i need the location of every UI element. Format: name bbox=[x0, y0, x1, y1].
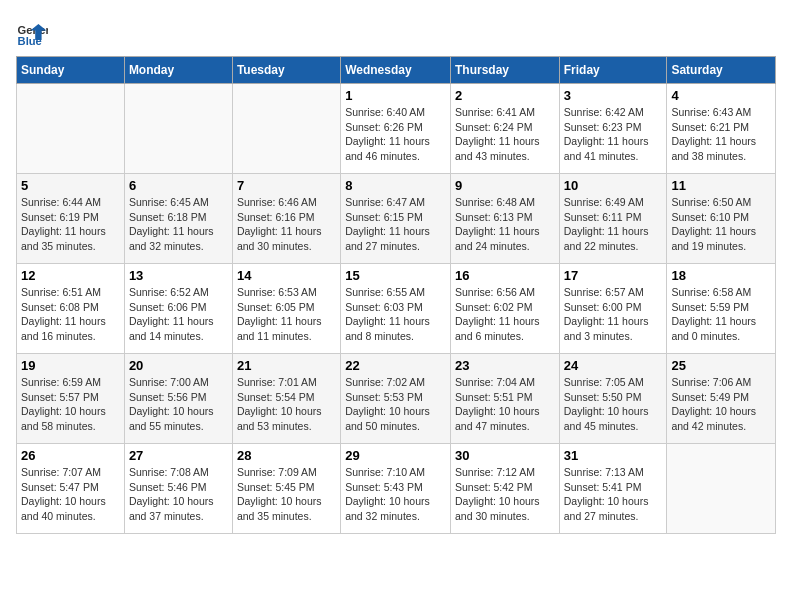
day-number: 3 bbox=[564, 88, 663, 103]
calendar-week-4: 19Sunrise: 6:59 AM Sunset: 5:57 PM Dayli… bbox=[17, 354, 776, 444]
day-info: Sunrise: 6:41 AM Sunset: 6:24 PM Dayligh… bbox=[455, 105, 555, 164]
day-number: 6 bbox=[129, 178, 228, 193]
calendar-week-3: 12Sunrise: 6:51 AM Sunset: 6:08 PM Dayli… bbox=[17, 264, 776, 354]
day-info: Sunrise: 6:55 AM Sunset: 6:03 PM Dayligh… bbox=[345, 285, 446, 344]
calendar-cell: 8Sunrise: 6:47 AM Sunset: 6:15 PM Daylig… bbox=[341, 174, 451, 264]
calendar-cell: 23Sunrise: 7:04 AM Sunset: 5:51 PM Dayli… bbox=[450, 354, 559, 444]
calendar-cell: 2Sunrise: 6:41 AM Sunset: 6:24 PM Daylig… bbox=[450, 84, 559, 174]
day-info: Sunrise: 7:04 AM Sunset: 5:51 PM Dayligh… bbox=[455, 375, 555, 434]
day-info: Sunrise: 6:47 AM Sunset: 6:15 PM Dayligh… bbox=[345, 195, 446, 254]
calendar-week-2: 5Sunrise: 6:44 AM Sunset: 6:19 PM Daylig… bbox=[17, 174, 776, 264]
day-info: Sunrise: 6:45 AM Sunset: 6:18 PM Dayligh… bbox=[129, 195, 228, 254]
day-number: 16 bbox=[455, 268, 555, 283]
calendar-cell: 5Sunrise: 6:44 AM Sunset: 6:19 PM Daylig… bbox=[17, 174, 125, 264]
day-info: Sunrise: 6:58 AM Sunset: 5:59 PM Dayligh… bbox=[671, 285, 771, 344]
calendar-cell: 16Sunrise: 6:56 AM Sunset: 6:02 PM Dayli… bbox=[450, 264, 559, 354]
day-number: 7 bbox=[237, 178, 336, 193]
day-number: 24 bbox=[564, 358, 663, 373]
day-info: Sunrise: 6:42 AM Sunset: 6:23 PM Dayligh… bbox=[564, 105, 663, 164]
day-info: Sunrise: 7:06 AM Sunset: 5:49 PM Dayligh… bbox=[671, 375, 771, 434]
calendar-cell: 30Sunrise: 7:12 AM Sunset: 5:42 PM Dayli… bbox=[450, 444, 559, 534]
day-number: 21 bbox=[237, 358, 336, 373]
day-info: Sunrise: 6:59 AM Sunset: 5:57 PM Dayligh… bbox=[21, 375, 120, 434]
day-info: Sunrise: 6:43 AM Sunset: 6:21 PM Dayligh… bbox=[671, 105, 771, 164]
calendar-cell: 9Sunrise: 6:48 AM Sunset: 6:13 PM Daylig… bbox=[450, 174, 559, 264]
col-header-monday: Monday bbox=[124, 57, 232, 84]
day-info: Sunrise: 6:46 AM Sunset: 6:16 PM Dayligh… bbox=[237, 195, 336, 254]
calendar-cell: 26Sunrise: 7:07 AM Sunset: 5:47 PM Dayli… bbox=[17, 444, 125, 534]
day-number: 10 bbox=[564, 178, 663, 193]
day-info: Sunrise: 6:56 AM Sunset: 6:02 PM Dayligh… bbox=[455, 285, 555, 344]
day-number: 17 bbox=[564, 268, 663, 283]
col-header-friday: Friday bbox=[559, 57, 667, 84]
calendar-cell: 15Sunrise: 6:55 AM Sunset: 6:03 PM Dayli… bbox=[341, 264, 451, 354]
calendar-cell: 13Sunrise: 6:52 AM Sunset: 6:06 PM Dayli… bbox=[124, 264, 232, 354]
col-header-wednesday: Wednesday bbox=[341, 57, 451, 84]
calendar-week-1: 1Sunrise: 6:40 AM Sunset: 6:26 PM Daylig… bbox=[17, 84, 776, 174]
col-header-saturday: Saturday bbox=[667, 57, 776, 84]
calendar-cell: 29Sunrise: 7:10 AM Sunset: 5:43 PM Dayli… bbox=[341, 444, 451, 534]
calendar-table: SundayMondayTuesdayWednesdayThursdayFrid… bbox=[16, 56, 776, 534]
calendar-cell bbox=[667, 444, 776, 534]
calendar-cell bbox=[124, 84, 232, 174]
calendar-cell: 7Sunrise: 6:46 AM Sunset: 6:16 PM Daylig… bbox=[232, 174, 340, 264]
day-info: Sunrise: 6:53 AM Sunset: 6:05 PM Dayligh… bbox=[237, 285, 336, 344]
day-number: 30 bbox=[455, 448, 555, 463]
calendar-cell: 17Sunrise: 6:57 AM Sunset: 6:00 PM Dayli… bbox=[559, 264, 667, 354]
calendar-week-5: 26Sunrise: 7:07 AM Sunset: 5:47 PM Dayli… bbox=[17, 444, 776, 534]
calendar-cell: 27Sunrise: 7:08 AM Sunset: 5:46 PM Dayli… bbox=[124, 444, 232, 534]
day-info: Sunrise: 7:13 AM Sunset: 5:41 PM Dayligh… bbox=[564, 465, 663, 524]
calendar-cell: 1Sunrise: 6:40 AM Sunset: 6:26 PM Daylig… bbox=[341, 84, 451, 174]
day-number: 29 bbox=[345, 448, 446, 463]
calendar-cell: 24Sunrise: 7:05 AM Sunset: 5:50 PM Dayli… bbox=[559, 354, 667, 444]
day-info: Sunrise: 7:12 AM Sunset: 5:42 PM Dayligh… bbox=[455, 465, 555, 524]
calendar-cell: 25Sunrise: 7:06 AM Sunset: 5:49 PM Dayli… bbox=[667, 354, 776, 444]
logo: General Blue bbox=[16, 16, 52, 48]
day-info: Sunrise: 6:52 AM Sunset: 6:06 PM Dayligh… bbox=[129, 285, 228, 344]
calendar-cell bbox=[232, 84, 340, 174]
day-info: Sunrise: 6:50 AM Sunset: 6:10 PM Dayligh… bbox=[671, 195, 771, 254]
day-info: Sunrise: 6:48 AM Sunset: 6:13 PM Dayligh… bbox=[455, 195, 555, 254]
day-info: Sunrise: 7:01 AM Sunset: 5:54 PM Dayligh… bbox=[237, 375, 336, 434]
calendar-cell: 21Sunrise: 7:01 AM Sunset: 5:54 PM Dayli… bbox=[232, 354, 340, 444]
day-number: 26 bbox=[21, 448, 120, 463]
logo-icon: General Blue bbox=[16, 16, 48, 48]
calendar-cell bbox=[17, 84, 125, 174]
day-number: 15 bbox=[345, 268, 446, 283]
day-number: 23 bbox=[455, 358, 555, 373]
calendar-header-row: SundayMondayTuesdayWednesdayThursdayFrid… bbox=[17, 57, 776, 84]
calendar-cell: 11Sunrise: 6:50 AM Sunset: 6:10 PM Dayli… bbox=[667, 174, 776, 264]
calendar-cell: 4Sunrise: 6:43 AM Sunset: 6:21 PM Daylig… bbox=[667, 84, 776, 174]
calendar-cell: 28Sunrise: 7:09 AM Sunset: 5:45 PM Dayli… bbox=[232, 444, 340, 534]
day-number: 2 bbox=[455, 88, 555, 103]
calendar-cell: 6Sunrise: 6:45 AM Sunset: 6:18 PM Daylig… bbox=[124, 174, 232, 264]
day-number: 4 bbox=[671, 88, 771, 103]
calendar-cell: 20Sunrise: 7:00 AM Sunset: 5:56 PM Dayli… bbox=[124, 354, 232, 444]
calendar-cell: 19Sunrise: 6:59 AM Sunset: 5:57 PM Dayli… bbox=[17, 354, 125, 444]
day-number: 12 bbox=[21, 268, 120, 283]
day-info: Sunrise: 7:10 AM Sunset: 5:43 PM Dayligh… bbox=[345, 465, 446, 524]
day-number: 14 bbox=[237, 268, 336, 283]
col-header-tuesday: Tuesday bbox=[232, 57, 340, 84]
calendar-cell: 22Sunrise: 7:02 AM Sunset: 5:53 PM Dayli… bbox=[341, 354, 451, 444]
day-info: Sunrise: 7:08 AM Sunset: 5:46 PM Dayligh… bbox=[129, 465, 228, 524]
day-number: 1 bbox=[345, 88, 446, 103]
calendar-cell: 12Sunrise: 6:51 AM Sunset: 6:08 PM Dayli… bbox=[17, 264, 125, 354]
day-info: Sunrise: 7:00 AM Sunset: 5:56 PM Dayligh… bbox=[129, 375, 228, 434]
day-info: Sunrise: 6:49 AM Sunset: 6:11 PM Dayligh… bbox=[564, 195, 663, 254]
day-info: Sunrise: 6:40 AM Sunset: 6:26 PM Dayligh… bbox=[345, 105, 446, 164]
day-number: 22 bbox=[345, 358, 446, 373]
col-header-thursday: Thursday bbox=[450, 57, 559, 84]
calendar-cell: 3Sunrise: 6:42 AM Sunset: 6:23 PM Daylig… bbox=[559, 84, 667, 174]
day-number: 11 bbox=[671, 178, 771, 193]
page-header: General Blue bbox=[16, 16, 776, 48]
day-number: 19 bbox=[21, 358, 120, 373]
day-info: Sunrise: 6:51 AM Sunset: 6:08 PM Dayligh… bbox=[21, 285, 120, 344]
day-number: 31 bbox=[564, 448, 663, 463]
day-number: 13 bbox=[129, 268, 228, 283]
day-info: Sunrise: 7:07 AM Sunset: 5:47 PM Dayligh… bbox=[21, 465, 120, 524]
day-info: Sunrise: 6:57 AM Sunset: 6:00 PM Dayligh… bbox=[564, 285, 663, 344]
day-number: 5 bbox=[21, 178, 120, 193]
day-info: Sunrise: 7:02 AM Sunset: 5:53 PM Dayligh… bbox=[345, 375, 446, 434]
day-info: Sunrise: 7:05 AM Sunset: 5:50 PM Dayligh… bbox=[564, 375, 663, 434]
